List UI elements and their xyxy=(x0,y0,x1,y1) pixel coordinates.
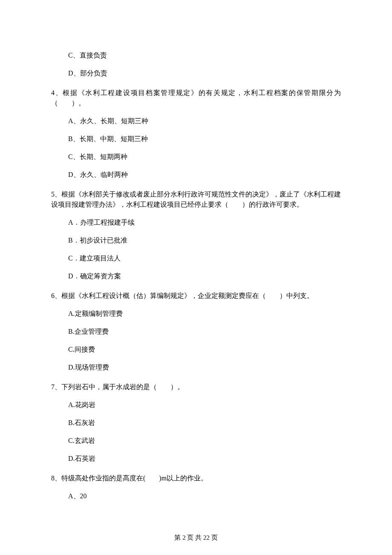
q6-option-a: A.定额编制管理费 xyxy=(68,309,341,319)
page-footer: 第 2 页 共 22 页 xyxy=(0,533,392,543)
q6-option-c: C.间接费 xyxy=(68,344,341,355)
q5-option-c: C．建立项目法人 xyxy=(68,253,341,263)
q5-option-d: D．确定筹资方案 xyxy=(68,271,341,281)
q6-stem: 6、根据《水利工程设计概（估）算编制规定》，企业定额测定费应在（ ）中列支。 xyxy=(51,291,341,301)
q8-option-a: A、20 xyxy=(68,491,341,501)
q3-option-c: C、直接负责 xyxy=(68,50,341,61)
q3-option-d: D、部分负责 xyxy=(68,68,341,78)
q5-option-a: A．办理工程报建手续 xyxy=(68,217,341,228)
q4-stem: 4、根据《水利工程建设项目档案管理规定》的有关规定，水利工程档案的保管期限分为（… xyxy=(51,88,341,108)
document-page: C、直接负责 D、部分负责 4、根据《水利工程建设项目档案管理规定》的有关规定，… xyxy=(0,0,392,555)
q5-option-b: B．初步设计已批准 xyxy=(68,235,341,246)
q6-option-d: D.现场管理费 xyxy=(68,362,341,373)
q6-option-b: B.企业管理费 xyxy=(68,327,341,337)
q7-option-c: C.玄武岩 xyxy=(68,436,341,446)
q7-option-d: D.石英岩 xyxy=(68,454,341,464)
q8-stem: 8、特级高处作业指的是高度在( )m以上的作业。 xyxy=(51,473,341,483)
q4-option-c: C、长期、短期两种 xyxy=(68,152,341,162)
q7-stem: 7、下列岩石中，属于水成岩的是（ ）。 xyxy=(51,382,341,392)
q4-option-a: A、永久、长期、短期三种 xyxy=(68,116,341,126)
q7-option-a: A.花岗岩 xyxy=(68,400,341,410)
q7-option-b: B.石灰岩 xyxy=(68,418,341,428)
q4-option-d: D、永久、临时两种 xyxy=(68,170,341,180)
q5-stem: 5、根据《水利部关于修改或者废止部分水利行政许可规范性文件的决定》，废止了《水利… xyxy=(51,189,341,210)
q4-option-b: B、长期、中期、短期三种 xyxy=(68,134,341,144)
